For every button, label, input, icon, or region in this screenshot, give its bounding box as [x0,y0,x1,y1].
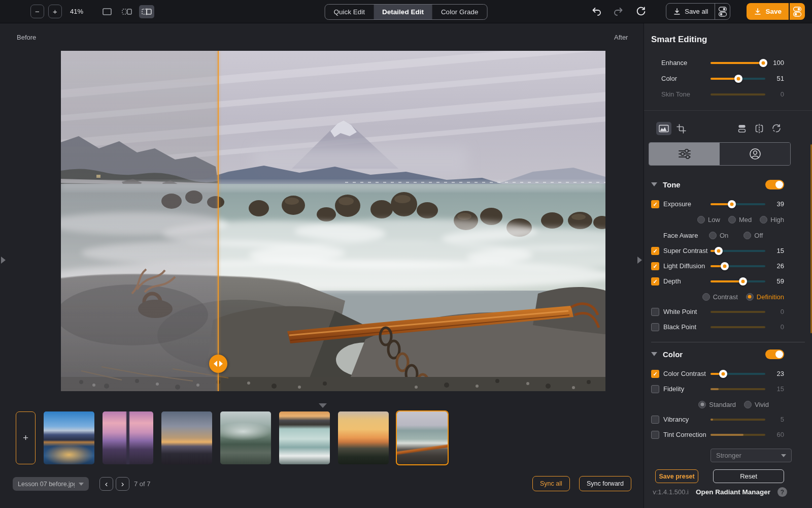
after-label: After [614,34,628,41]
tab-detailed-edit[interactable]: Detailed Edit [374,5,432,19]
vibrancy-slider[interactable] [710,419,765,421]
save-options-icon[interactable] [790,3,805,20]
black-point-checkbox[interactable] [651,323,659,331]
reset-edits-button[interactable] [635,6,647,17]
radio-contrast[interactable]: Contrast [702,293,738,301]
open-radiant-manager-link[interactable]: Open Radiant Manager [696,488,770,496]
color-contrast-label: Color Contrast [663,370,710,377]
crop-icon[interactable] [673,122,689,135]
save-all-options-icon[interactable] [715,4,730,19]
thumbnail-kuala-lumpur[interactable] [161,411,212,464]
panel-title: Smart Editing [651,35,784,45]
color-contrast-checkbox[interactable]: ✓ [651,370,659,378]
slider-knob[interactable] [728,200,736,208]
color-contrast-slider[interactable] [710,373,765,375]
exposure-checkbox[interactable]: ✓ [651,200,659,208]
depth-slider[interactable] [710,280,765,282]
color-toggle[interactable] [765,350,784,359]
handle-left-arrow-icon [214,361,217,367]
exposure-slider[interactable] [710,203,765,205]
zoom-out-button[interactable]: − [30,5,44,18]
compare-split-line[interactable] [218,51,219,391]
slider-knob[interactable] [759,59,767,67]
radio-standard[interactable]: Standard [698,401,736,408]
radio-face-aware-on[interactable]: On [709,232,728,239]
undo-button[interactable] [591,7,602,17]
super-contrast-checkbox[interactable]: ✓ [651,247,659,255]
flip-vertical-icon[interactable] [734,122,750,135]
split-view-icon[interactable] [139,5,154,18]
save-button[interactable]: Save [747,3,805,20]
radio-definition[interactable]: Definition [746,293,784,301]
left-panel-expand-arrow[interactable] [1,257,6,264]
slider-knob[interactable] [719,370,727,378]
tab-portrait[interactable] [720,143,790,165]
sync-forward-button[interactable]: Sync forward [579,476,631,491]
white-point-row: White Point 0 [651,305,784,319]
radio-vivid[interactable]: Vivid [744,401,769,408]
thumbnail-seascape-selected[interactable] [397,411,448,464]
radio-med[interactable]: Med [728,216,752,224]
panel-tab-bar [649,142,791,166]
strength-dropdown[interactable]: Stronger [710,449,792,462]
sync-all-button[interactable]: Sync all [532,476,570,491]
white-point-slider[interactable] [710,311,765,313]
thumbnail-city-sunset[interactable] [338,411,389,464]
histogram-icon[interactable] [656,122,671,135]
thumbnail-mountains[interactable] [220,411,271,464]
fidelity-slider[interactable] [710,388,765,390]
side-by-side-view-icon[interactable] [119,5,134,18]
fidelity-checkbox[interactable] [651,385,659,393]
thumbnail-waterfall[interactable] [279,411,330,464]
filmstrip-collapse-icon[interactable] [319,403,327,408]
flip-horizontal-icon[interactable] [752,122,767,135]
depth-checkbox[interactable]: ✓ [651,277,659,285]
right-panel-collapse-arrow[interactable] [637,257,642,264]
compare-slider-handle[interactable] [209,355,227,373]
white-point-checkbox[interactable] [651,308,659,316]
tab-quick-edit[interactable]: Quick Edit [325,5,374,19]
super-contrast-slider[interactable] [710,250,765,252]
color-slider[interactable] [710,78,765,80]
radio-face-aware-off[interactable]: Off [743,232,763,239]
enhance-slider-row: Enhance 100 [651,55,784,71]
black-point-slider[interactable] [710,326,765,328]
thumbnail-dubai[interactable] [103,411,153,464]
tab-adjustments[interactable] [649,143,720,165]
collapse-triangle-icon[interactable] [651,352,657,356]
light-diffusion-slider[interactable] [710,265,765,267]
save-preset-button[interactable]: Save preset [655,469,698,483]
next-image-button[interactable]: › [116,477,129,491]
photo-viewport[interactable] [61,51,605,391]
slider-knob[interactable] [715,247,723,255]
save-all-button[interactable]: Save all [666,3,730,20]
radio-low[interactable]: Low [697,216,720,224]
help-icon[interactable]: ? [777,487,787,497]
zoom-in-button[interactable]: + [48,5,62,18]
slider-knob[interactable] [734,75,742,83]
slider-knob[interactable] [739,277,747,285]
adjustments-icon [678,148,692,160]
tab-color-grade[interactable]: Color Grade [432,5,487,19]
zoom-level: 41% [70,8,83,15]
enhance-slider[interactable] [710,62,765,64]
redo-button[interactable] [613,7,624,17]
tone-toggle[interactable] [765,180,784,189]
slider-knob[interactable] [721,262,729,270]
rotate-icon[interactable] [769,122,784,135]
filename-dropdown[interactable]: Lesson 07 before.jpg [13,477,89,491]
collapse-triangle-icon[interactable] [651,182,657,186]
vibrancy-checkbox[interactable] [651,416,659,424]
radio-high[interactable]: High [760,216,784,224]
add-image-button[interactable]: + [16,411,36,464]
skin-tone-slider[interactable] [710,93,765,96]
tint-correction-checkbox[interactable] [651,431,659,439]
tint-correction-slider[interactable] [710,434,765,436]
bottom-bar: Lesson 07 before.jpg ‹ › 7 of 7 Sync all… [0,475,644,495]
previous-image-button[interactable]: ‹ [99,477,113,491]
light-diffusion-checkbox[interactable]: ✓ [651,262,659,270]
color-contrast-value: 23 [765,370,784,377]
single-view-icon[interactable] [99,5,115,18]
thumbnail-venice[interactable] [44,411,94,464]
reset-button[interactable]: Reset [713,469,784,483]
